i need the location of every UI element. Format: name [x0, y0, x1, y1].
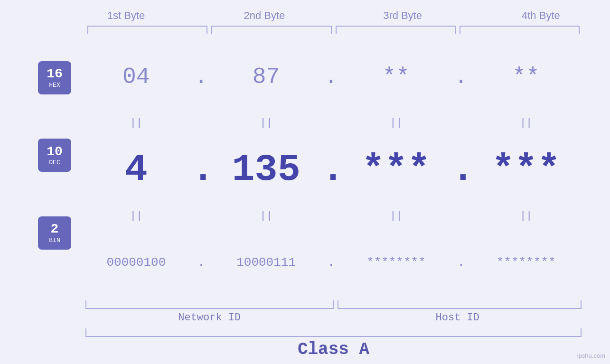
- hex-val-1: 04: [122, 64, 150, 90]
- hex-byte-4: **: [470, 64, 582, 90]
- bin-dot-3: .: [451, 255, 470, 270]
- bin-val-4: ********: [497, 255, 556, 270]
- dec-byte-1: 4: [81, 148, 192, 191]
- dec-byte-2: 135: [211, 148, 322, 191]
- hex-byte-2: 87: [211, 64, 322, 90]
- dec-badge: 10 DEC: [38, 139, 71, 172]
- class-label: Class A: [85, 340, 582, 359]
- class-bracket: [85, 328, 582, 337]
- dec-byte-4: ***: [470, 148, 582, 191]
- bin-byte-4: ********: [470, 255, 582, 270]
- eq-6: ||: [211, 210, 322, 222]
- host-bracket: [338, 300, 582, 309]
- bracket-2: [211, 26, 331, 34]
- dec-val-3: ***: [362, 148, 430, 191]
- ip-grid: 04 . 87 . ** . **: [81, 39, 582, 300]
- bin-badge: 2 BIN: [38, 216, 71, 250]
- bin-dot-1: .: [192, 255, 211, 270]
- bin-byte-1: 00000100: [81, 255, 192, 270]
- bin-byte-3: ********: [341, 255, 452, 270]
- hex-val-4: **: [512, 64, 540, 90]
- eq-1: ||: [81, 117, 192, 129]
- hex-badge: 16 HEX: [38, 61, 71, 94]
- bracket-4: [460, 26, 580, 34]
- network-id-label: Network ID: [85, 312, 334, 324]
- eq-3: ||: [341, 117, 452, 129]
- hex-badge-label: HEX: [49, 82, 60, 89]
- content-area: 16 HEX 10 DEC 2 BIN 04 .: [28, 39, 582, 300]
- top-brackets: [85, 26, 582, 34]
- hex-byte-3: **: [341, 64, 452, 90]
- dec-val-2: 135: [232, 148, 300, 191]
- equals-row-2: || || || ||: [81, 208, 582, 224]
- hex-dot-3: .: [451, 64, 470, 90]
- dec-dot-2: .: [322, 148, 341, 191]
- bin-byte-2: 10000111: [211, 255, 322, 270]
- byte-header-4: 4th Byte: [472, 9, 610, 22]
- bin-val-3: ********: [366, 255, 426, 270]
- bin-dot-2: .: [322, 255, 341, 270]
- watermark: ipshu.com: [577, 352, 605, 359]
- hex-dot-1: .: [192, 64, 211, 90]
- id-labels: Network ID Host ID: [85, 312, 582, 324]
- bin-val-1: 00000100: [106, 255, 166, 270]
- byte-header-1: 1st Byte: [57, 9, 195, 22]
- dec-badge-label: DEC: [49, 159, 60, 166]
- bottom-brackets: [85, 300, 582, 309]
- network-bracket: [85, 300, 334, 309]
- byte-header-3: 3rd Byte: [334, 9, 472, 22]
- bracket-3: [336, 26, 456, 34]
- dec-val-1: 4: [125, 148, 148, 191]
- bin-badge-label: BIN: [49, 237, 60, 244]
- header-row: 1st Byte 2nd Byte 3rd Byte 4th Byte: [57, 9, 610, 22]
- bin-val-2: 10000111: [236, 255, 296, 270]
- eq-4: ||: [470, 117, 582, 129]
- main-container: 1st Byte 2nd Byte 3rd Byte 4th Byte 16 H…: [0, 0, 610, 364]
- dec-dot-1: .: [192, 148, 211, 191]
- bottom-section: Network ID Host ID Class A: [85, 300, 582, 359]
- hex-row: 04 . 87 . ** . **: [81, 39, 582, 115]
- eq-2: ||: [211, 117, 322, 129]
- eq-5: ||: [81, 210, 192, 222]
- hex-val-3: **: [383, 64, 410, 90]
- dec-badge-num: 10: [47, 145, 63, 159]
- hex-dot-2: .: [322, 64, 341, 90]
- bracket-1: [87, 26, 207, 34]
- hex-badge-num: 16: [47, 67, 63, 82]
- host-id-label: Host ID: [334, 312, 582, 324]
- dec-row: 4 . 135 . *** . ***: [81, 131, 582, 207]
- hex-byte-1: 04: [81, 64, 192, 90]
- equals-row-1: || || || ||: [81, 115, 582, 131]
- dec-byte-3: ***: [341, 148, 452, 191]
- eq-7: ||: [341, 210, 452, 222]
- bin-row: 00000100 . 10000111 . ******** .: [81, 224, 582, 300]
- eq-8: ||: [470, 210, 582, 222]
- hex-val-2: 87: [253, 64, 280, 90]
- byte-header-2: 2nd Byte: [195, 9, 333, 22]
- dec-val-4: ***: [492, 148, 560, 191]
- bin-badge-num: 2: [51, 222, 59, 237]
- badges-column: 16 HEX 10 DEC 2 BIN: [28, 39, 81, 300]
- dec-dot-3: .: [451, 148, 470, 191]
